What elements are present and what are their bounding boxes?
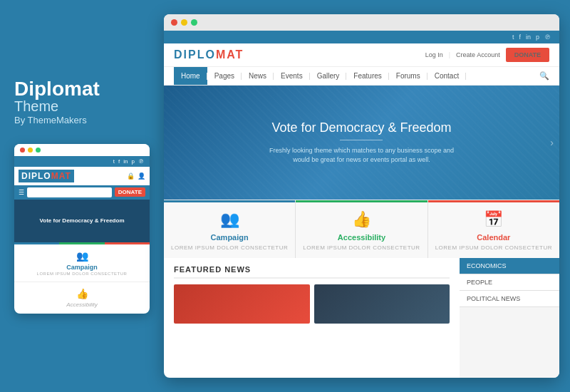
mobile-nav: DIPLOMAT 🔒 👤 — [14, 167, 150, 185]
desktop-hero-title: Vote for Democracy & Freedom — [269, 120, 454, 135]
mobile-social-icon: f — [118, 158, 120, 165]
mobile-color-bar — [14, 242, 150, 244]
desktop-social-other: ℗ — [544, 33, 551, 41]
desktop-hero-sub-line1: Freshly looking theme which matches to a… — [269, 147, 454, 154]
desktop-feature-campaign: 👥 Campaign LOREM IPSUM DOLOR CONSECTETUR — [164, 200, 296, 258]
desktop-calendar-icon: 📅 — [484, 210, 503, 229]
desktop-sidebar-people[interactable]: PEOPLE — [460, 274, 559, 291]
desktop-news: FEATURED NEWS — [164, 258, 460, 378]
desktop-sidebar-economics[interactable]: ECONOMICS — [460, 258, 559, 274]
desktop-mockup: t f in p ℗ DIPLOMAT Log In | Create Acco… — [164, 14, 559, 378]
desktop-menu-events[interactable]: Events — [274, 67, 310, 85]
desktop-bottom: FEATURED NEWS ECONOMICS PEOPLE POLITICAL… — [164, 258, 559, 378]
desktop-pipe-divider: | — [449, 51, 450, 58]
mobile-campaign-icon: 👥 — [76, 250, 88, 262]
mobile-title-bar — [14, 144, 150, 156]
desktop-menu-home[interactable]: Home — [174, 67, 207, 85]
desktop-dot-red — [171, 19, 177, 26]
desktop-calendar-title: Calendar — [477, 233, 510, 242]
desktop-calendar-sub: LOREM IPSUM DOLOR CONSECTETUR — [435, 244, 552, 251]
mobile-dot-yellow — [28, 148, 33, 153]
desktop-title-bar — [164, 14, 559, 31]
desktop-menu-news[interactable]: News — [242, 67, 274, 85]
theme-name: Diplomat — [14, 79, 150, 99]
desktop-hero-subtitle: Freshly looking theme which matches to a… — [269, 146, 454, 165]
desktop-nav-right: Log In | Create Account DONATE — [425, 48, 549, 62]
mobile-social-icon: t — [113, 158, 115, 165]
desktop-hero-sub-line2: would be great for news or events portal… — [293, 156, 430, 163]
desktop-logo-accent: MAT — [216, 48, 244, 61]
mobile-logo-accent: MAT — [51, 171, 71, 181]
desktop-feature-calendar: 📅 Calendar LOREM IPSUM DOLOR CONSECTETUR — [428, 200, 559, 258]
desktop-menu: Home Pages News Events Gallery Features … — [164, 67, 559, 86]
mobile-hamburger-icon[interactable]: ☰ — [19, 189, 24, 196]
mobile-accessibility-label: Accessibility — [66, 301, 98, 308]
mobile-social-icon: ℗ — [138, 158, 144, 165]
desktop-top-bar: t f in p ℗ — [164, 31, 559, 43]
mobile-feature-campaign: 👥 Campaign LOREM IPSUM DOLOR CONSECTETUR — [14, 244, 150, 282]
mobile-hero-text: Vote for Democracy & Freedom — [40, 217, 125, 224]
desktop-feature-accessibility: 👍 Accessibility LOREM IPSUM DOLOR CONSEC… — [296, 200, 428, 258]
mobile-campaign-sub: LOREM IPSUM DOLOR CONSECTETUR — [37, 272, 128, 276]
desktop-accessibility-icon: 👍 — [352, 210, 371, 229]
desktop-hero: Vote for Democracy & Freedom Freshly loo… — [164, 86, 559, 200]
desktop-create-account-link[interactable]: Create Account — [456, 51, 500, 58]
desktop-news-images — [174, 284, 450, 324]
mobile-color-green — [59, 242, 104, 244]
desktop-social-twitter: t — [512, 33, 514, 41]
mobile-social-icon: in — [123, 158, 128, 165]
mobile-feature-accessibility: 👍 Accessibility — [14, 282, 150, 314]
desktop-social-linkedin: in — [526, 33, 531, 41]
desktop-menu-gallery[interactable]: Gallery — [310, 67, 347, 85]
theme-subtitle: Theme — [14, 99, 150, 113]
desktop-logo: DIPLOMAT — [174, 48, 244, 61]
desktop-dot-green — [191, 19, 197, 26]
desktop-menu-features[interactable]: Features — [346, 67, 388, 85]
mobile-donate-button[interactable]: DONATE — [115, 187, 145, 197]
desktop-social-pinterest: p — [536, 33, 539, 41]
mobile-nav2: ☰ DONATE — [14, 185, 150, 200]
theme-title-block: Diplomat Theme By ThemeMakers — [14, 79, 150, 125]
desktop-news-image-2[interactable] — [314, 284, 450, 324]
desktop-sidebar: ECONOMICS PEOPLE POLITICAL NEWS — [460, 258, 559, 378]
desktop-featured-news-title: FEATURED NEWS — [174, 265, 450, 279]
desktop-sidebar-political-news[interactable]: POLITICAL NEWS — [460, 291, 559, 307]
mobile-search-bar[interactable] — [27, 187, 112, 197]
desktop-search-icon[interactable]: 🔍 — [539, 71, 549, 81]
desktop-campaign-icon: 👥 — [220, 210, 239, 229]
desktop-accessibility-title: Accessibility — [338, 233, 385, 242]
desktop-donate-button[interactable]: DONATE — [506, 48, 549, 62]
desktop-nav: DIPLOMAT Log In | Create Account DONATE — [164, 43, 559, 67]
desktop-social-facebook: f — [519, 33, 521, 41]
desktop-hero-divider — [340, 140, 383, 140]
mobile-hero: Vote for Democracy & Freedom — [14, 200, 150, 242]
mobile-nav-icons: 🔒 👤 — [127, 172, 145, 180]
desktop-login-link[interactable]: Log In — [425, 51, 443, 58]
desktop-menu-forums[interactable]: Forums — [389, 67, 428, 85]
mobile-logo: DIPLOMAT — [19, 170, 74, 182]
desktop-menu-pages[interactable]: Pages — [207, 67, 242, 85]
mobile-dot-red — [20, 148, 25, 153]
mobile-user-icon: 👤 — [138, 172, 145, 180]
desktop-menu-contact[interactable]: Contact — [428, 67, 466, 85]
desktop-news-image-1[interactable] — [174, 284, 310, 324]
desktop-campaign-sub: LOREM IPSUM DOLOR CONSECTETUR — [171, 244, 288, 251]
mobile-logo-main: DIPLO — [21, 171, 51, 181]
mobile-mockup: t f in p ℗ DIPLOMAT 🔒 👤 ☰ DONATE Vote fo… — [14, 144, 150, 314]
mobile-dot-green — [36, 148, 41, 153]
mobile-lock-icon: 🔒 — [127, 172, 135, 180]
mobile-top-bar: t f in p ℗ — [14, 156, 150, 167]
desktop-hero-next-arrow[interactable]: › — [550, 137, 554, 148]
theme-author: By ThemeMakers — [14, 115, 150, 125]
desktop-features: 👥 Campaign LOREM IPSUM DOLOR CONSECTETUR… — [164, 200, 559, 258]
desktop-hero-content: Vote for Democracy & Freedom Freshly loo… — [269, 120, 454, 165]
desktop-campaign-title: Campaign — [211, 233, 249, 242]
mobile-accessibility-icon: 👍 — [76, 288, 88, 299]
left-panel: Diplomat Theme By ThemeMakers t f in p ℗… — [0, 58, 164, 335]
mobile-color-red — [105, 242, 150, 244]
desktop-dot-yellow — [181, 19, 187, 26]
desktop-accessibility-sub: LOREM IPSUM DOLOR CONSECTETUR — [303, 244, 420, 251]
mobile-social-icon: p — [132, 158, 135, 165]
mobile-color-blue — [14, 242, 59, 244]
mobile-campaign-title: Campaign — [66, 264, 98, 271]
